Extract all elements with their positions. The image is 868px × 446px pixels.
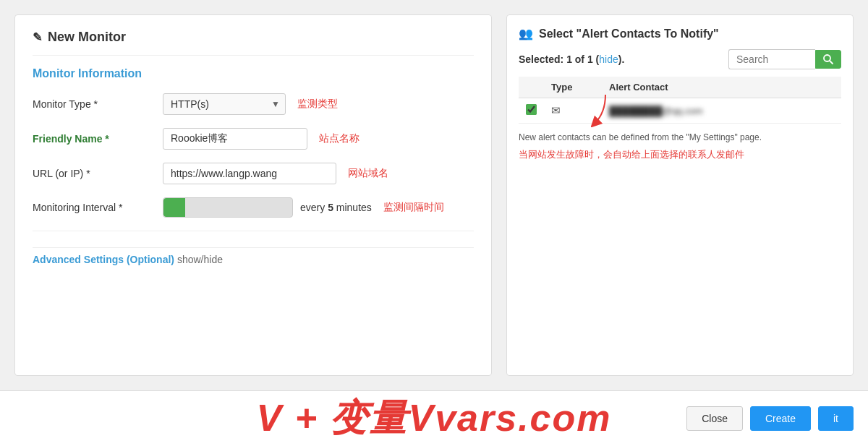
right-panel-title: 👥 Select "Alert Contacts To Notify"	[519, 27, 841, 40]
contact-email: ████████@qq.com	[609, 106, 703, 116]
monitor-type-label: Monitor Type *	[33, 98, 163, 110]
submit-button[interactable]: it	[818, 406, 854, 431]
contacts-icon: 👥	[519, 27, 533, 40]
monitor-type-select[interactable]: HTTP(s)	[163, 93, 286, 115]
arrow-icon	[591, 91, 620, 127]
left-panel: ✎ New Monitor Monitor Information Monito…	[14, 14, 492, 376]
watermark-text: V + 变量Vvars.com	[257, 393, 612, 444]
monitor-type-row: Monitor Type * HTTP(s) ▼ 监测类型	[33, 93, 474, 115]
row-checkbox-cell[interactable]	[519, 98, 544, 124]
show-hide-link[interactable]: show/hide	[177, 254, 223, 265]
advanced-settings: Advanced Settings (Optional) show/hide	[33, 231, 474, 265]
note-section: New alert contacts can be defined from t…	[519, 131, 841, 161]
advanced-settings-title: Advanced Settings (Optional) show/hide	[33, 254, 223, 265]
interval-text: every 5 minutes	[300, 202, 372, 213]
search-box	[728, 49, 841, 69]
panel-title-text: New Monitor	[48, 30, 126, 45]
url-row: URL (or IP) * 网站域名	[33, 163, 474, 184]
close-button[interactable]: Close	[686, 406, 743, 431]
slider-track[interactable]	[163, 197, 293, 218]
contacts-table: Type Alert Contact ✉ ████████@qq.com	[519, 77, 841, 124]
friendly-name-row: Friendly Name * 站点名称	[33, 128, 474, 150]
monitor-type-select-wrapper[interactable]: HTTP(s) ▼	[163, 93, 286, 115]
slider-wrapper: every 5 minutes	[163, 197, 372, 218]
email-icon: ✉	[551, 104, 561, 116]
monitoring-interval-row: Monitoring Interval * every 5 minutes 监测…	[33, 197, 474, 218]
url-annotation: 网站域名	[348, 167, 388, 180]
edit-icon: ✎	[33, 30, 42, 44]
table-row: ✉ ████████@qq.com	[519, 98, 841, 124]
friendly-name-label: Friendly Name *	[33, 133, 163, 145]
search-input[interactable]	[728, 49, 815, 69]
monitor-type-annotation: 监测类型	[297, 98, 338, 111]
chinese-annotation: 当网站发生故障时，会自动给上面选择的联系人发邮件	[519, 148, 841, 161]
table-header-row: Type Alert Contact	[519, 77, 841, 98]
bottom-bar: V + 变量Vvars.com Close Create it	[0, 390, 868, 446]
col-header-check	[519, 77, 544, 98]
friendly-name-annotation: 站点名称	[319, 132, 359, 145]
search-icon	[823, 54, 833, 64]
right-panel: 👥 Select "Alert Contacts To Notify" Sele…	[506, 14, 854, 376]
selected-info: Selected: 1 of 1 (hide).	[519, 49, 841, 69]
note-text: New alert contacts can be defined from t…	[519, 131, 841, 144]
friendly-name-input[interactable]	[163, 128, 307, 150]
col-header-alert-contact: Alert Contact	[602, 77, 841, 98]
selected-text: Selected: 1 of 1 (hide).	[519, 53, 624, 65]
create-button[interactable]: Create	[750, 406, 811, 431]
hide-link[interactable]: hide	[599, 53, 618, 65]
monitoring-interval-label: Monitoring Interval *	[33, 202, 163, 213]
monitoring-interval-annotation: 监测间隔时间	[383, 201, 444, 214]
row-email-cell: ████████@qq.com	[602, 98, 841, 124]
url-label: URL (or IP) *	[33, 168, 163, 179]
svg-line-1	[830, 61, 833, 64]
section-title: Monitor Information	[33, 67, 474, 80]
slider-fill	[163, 198, 185, 217]
contact-checkbox[interactable]	[526, 104, 537, 115]
search-button[interactable]	[815, 50, 841, 69]
panel-title: ✎ New Monitor	[33, 30, 474, 56]
url-input[interactable]	[163, 163, 336, 184]
